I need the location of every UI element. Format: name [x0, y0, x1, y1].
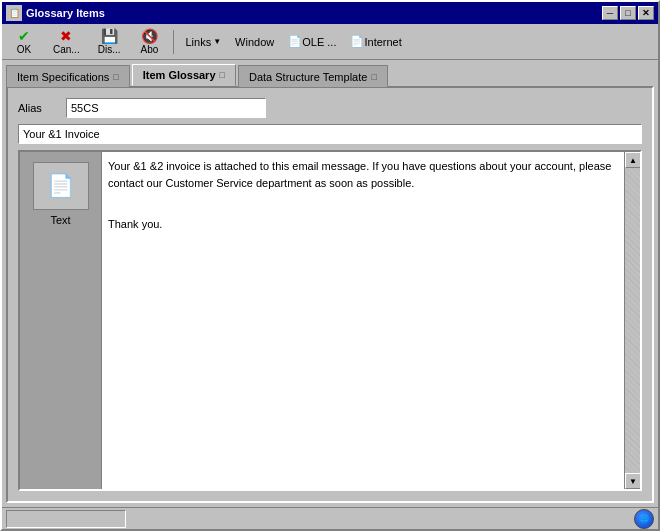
- vertical-scrollbar[interactable]: ▲ ▼: [624, 152, 640, 489]
- minimize-button[interactable]: ─: [602, 6, 618, 20]
- internet-label: Internet: [364, 36, 401, 48]
- ok-label: OK: [17, 44, 31, 55]
- ole-menu[interactable]: 📄 OLE ...: [283, 31, 341, 53]
- scroll-down-button[interactable]: ▼: [625, 473, 641, 489]
- main-content: Alias 📄 Text Your &1 &2 invoice is attac…: [6, 86, 654, 503]
- title-bar: 📋 Glossary Items ─ □ ✕: [2, 2, 658, 24]
- toolbar: ✔ OK ✖ Can... 💾 Dis... 🔇 Abo Links ▼ Win…: [2, 24, 658, 60]
- text-body-container: 📄 Text Your &1 &2 invoice is attached to…: [18, 150, 642, 491]
- ole-label: OLE ...: [302, 36, 336, 48]
- text-area-content[interactable]: Your &1 &2 invoice is attached to this e…: [102, 152, 624, 489]
- text-icon-box: 📄: [33, 162, 89, 210]
- scroll-track: [625, 168, 640, 473]
- abort-button[interactable]: 🔇 Abo: [131, 27, 167, 57]
- tab-item-glossary-label: Item Glossary: [143, 69, 216, 81]
- ole-icon-small: 📄: [288, 35, 302, 48]
- window-icon: 📋: [6, 5, 22, 21]
- status-left: [6, 510, 126, 528]
- window-title: Glossary Items: [26, 7, 105, 19]
- globe-icon: 🌐: [634, 509, 654, 529]
- text-icon-panel: 📄 Text: [20, 152, 102, 489]
- status-bar: 🌐: [2, 507, 658, 529]
- internet-icon: 📄: [350, 35, 364, 48]
- links-menu[interactable]: Links ▼: [180, 31, 226, 53]
- links-label: Links: [185, 36, 211, 48]
- tab-data-structure-label: Data Structure Template: [249, 71, 367, 83]
- tab-item-specs-close[interactable]: □: [113, 72, 118, 82]
- dismiss-icon: 💾: [101, 29, 118, 43]
- tab-item-specs-label: Item Specifications: [17, 71, 109, 83]
- window-menu[interactable]: Window: [230, 31, 279, 53]
- restore-button[interactable]: □: [620, 6, 636, 20]
- cancel-label: Can...: [53, 44, 80, 55]
- title-bar-left: 📋 Glossary Items: [6, 5, 105, 21]
- internet-menu[interactable]: 📄 Internet: [345, 31, 406, 53]
- alias-row: Alias: [18, 98, 642, 118]
- subject-row: [18, 124, 642, 144]
- alias-label: Alias: [18, 102, 58, 114]
- subject-input[interactable]: [18, 124, 642, 144]
- scroll-up-button[interactable]: ▲: [625, 152, 641, 168]
- abort-icon: 🔇: [141, 29, 158, 43]
- alias-input[interactable]: [66, 98, 266, 118]
- tab-data-structure-close[interactable]: □: [371, 72, 376, 82]
- abort-label: Abo: [141, 44, 159, 55]
- dismiss-label: Dis...: [98, 44, 121, 55]
- ok-icon: ✔: [18, 29, 30, 43]
- cancel-icon: ✖: [60, 29, 72, 43]
- title-bar-buttons: ─ □ ✕: [602, 6, 654, 20]
- tab-data-structure[interactable]: Data Structure Template □: [238, 65, 388, 87]
- close-button[interactable]: ✕: [638, 6, 654, 20]
- window-label: Window: [235, 36, 274, 48]
- tab-item-glossary[interactable]: Item Glossary □: [132, 64, 236, 86]
- tab-item-glossary-close[interactable]: □: [220, 70, 225, 80]
- links-arrow: ▼: [213, 37, 221, 46]
- main-window: 📋 Glossary Items ─ □ ✕ ✔ OK ✖ Can... 💾 D…: [0, 0, 660, 531]
- ok-button[interactable]: ✔ OK: [6, 27, 42, 57]
- text-icon-label: Text: [50, 214, 70, 226]
- dismiss-button[interactable]: 💾 Dis...: [91, 27, 128, 57]
- tabs-bar: Item Specifications □ Item Glossary □ Da…: [2, 60, 658, 86]
- tab-item-specifications[interactable]: Item Specifications □: [6, 65, 130, 87]
- cancel-button[interactable]: ✖ Can...: [46, 27, 87, 57]
- toolbar-separator-1: [173, 30, 174, 54]
- document-icon: 📄: [47, 173, 74, 199]
